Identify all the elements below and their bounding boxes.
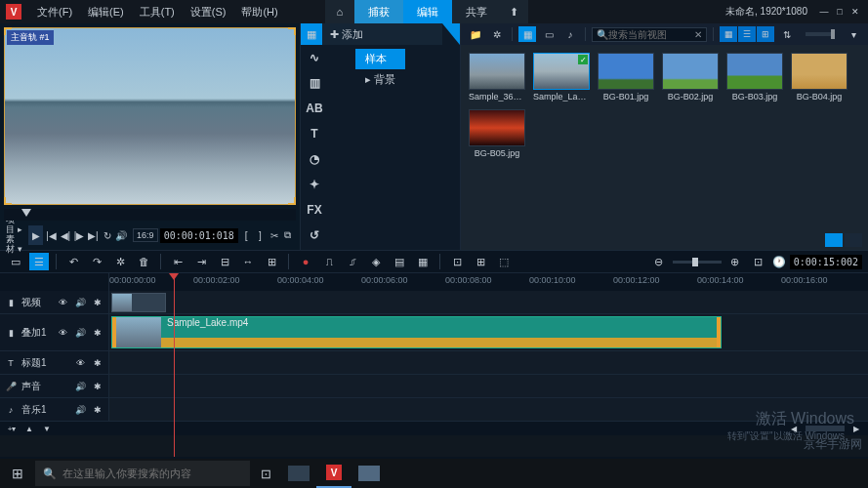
- track-video-mute[interactable]: 🔊: [73, 296, 87, 309]
- close-icon[interactable]: ✕: [848, 5, 862, 19]
- tl-mixer-icon[interactable]: ⎍: [319, 253, 339, 270]
- media-thumb-3[interactable]: [662, 53, 719, 90]
- media-thumb-6[interactable]: [469, 109, 525, 146]
- mark-out-button[interactable]: ]: [254, 226, 266, 244]
- tl-ducking-icon[interactable]: ⎎: [343, 253, 362, 270]
- scroll-up-icon[interactable]: ▲: [23, 424, 35, 433]
- tl-stretch-icon[interactable]: ↔: [238, 253, 258, 270]
- minimize-icon[interactable]: —: [817, 5, 831, 19]
- preview-timecode[interactable]: 00:00:01:018: [160, 228, 238, 243]
- tl-record-icon[interactable]: ●: [296, 253, 315, 270]
- media-thumb-0[interactable]: [469, 53, 525, 90]
- task-app-videostudio[interactable]: V: [316, 459, 351, 488]
- menu-settings[interactable]: 设置(S): [183, 5, 234, 20]
- filter-audio-icon[interactable]: ♪: [561, 26, 579, 42]
- tl-subtitle-icon[interactable]: ▦: [413, 253, 433, 270]
- track-voice-lock[interactable]: ✱: [91, 380, 104, 393]
- loop-button[interactable]: ↻: [102, 226, 113, 244]
- menu-edit[interactable]: 编辑(E): [80, 5, 132, 20]
- tree-sample[interactable]: 样本: [355, 49, 405, 69]
- tl-chapter-icon[interactable]: ▤: [390, 253, 409, 270]
- zoom-in-icon[interactable]: ⊕: [725, 253, 745, 270]
- filter-all-icon[interactable]: ▦: [518, 26, 536, 42]
- tl-track-motion-icon[interactable]: ⊡: [447, 253, 467, 270]
- filter-photo-icon[interactable]: ▭: [540, 26, 558, 42]
- menu-tools[interactable]: 工具(T): [132, 5, 183, 20]
- preview-viewport[interactable]: 主音轨 #1: [4, 27, 296, 205]
- tl-undo-icon[interactable]: ↶: [63, 253, 83, 270]
- task-app-3[interactable]: [351, 459, 387, 488]
- goto-end-button[interactable]: ▶|: [87, 226, 99, 244]
- thumb-size-slider[interactable]: [806, 32, 835, 36]
- media-thumb-1[interactable]: ✓: [533, 53, 590, 90]
- start-button[interactable]: ⊞: [0, 459, 35, 488]
- mark-in-button[interactable]: [: [240, 226, 252, 244]
- tl-redo-icon[interactable]: ↷: [87, 253, 106, 270]
- menu-file[interactable]: 文件(F): [29, 5, 80, 20]
- track-overlay-vis[interactable]: 👁: [56, 326, 69, 340]
- preview-scrubber[interactable]: [4, 209, 296, 221]
- tl-timeline-icon[interactable]: ☰: [29, 253, 49, 270]
- media-thumb-5[interactable]: [791, 53, 847, 90]
- zoom-out-icon[interactable]: ⊖: [649, 253, 669, 270]
- media-thumb-2[interactable]: [598, 53, 654, 90]
- tl-roll-icon[interactable]: ⊟: [215, 253, 234, 270]
- aspect-ratio[interactable]: 16:9: [133, 228, 158, 242]
- track-video-lock[interactable]: ✱: [91, 296, 104, 309]
- media-search[interactable]: 🔍 ✕: [592, 27, 707, 42]
- libtool-motion-icon[interactable]: ↺: [301, 223, 328, 248]
- add-media-button[interactable]: ✚ 添加: [322, 23, 442, 45]
- video-clip[interactable]: [111, 293, 166, 312]
- step-back-button[interactable]: ◀|: [60, 226, 71, 244]
- menu-help[interactable]: 帮助(H): [233, 5, 285, 20]
- collapse-panel-icon[interactable]: ▾: [845, 26, 862, 42]
- zoom-slider[interactable]: [673, 261, 722, 264]
- libtool-filters-icon[interactable]: ✦: [301, 172, 328, 197]
- import-folder-icon[interactable]: 📁: [467, 26, 484, 42]
- tl-ripple-icon[interactable]: ⊞: [262, 253, 281, 270]
- view-large-icon[interactable]: ▦: [720, 26, 737, 42]
- maximize-icon[interactable]: □: [833, 5, 847, 19]
- import-settings-icon[interactable]: ✲: [488, 26, 506, 42]
- view-detail-icon[interactable]: ⊞: [757, 26, 774, 42]
- track-overlay-mute[interactable]: 🔊: [73, 326, 87, 340]
- tree-background[interactable]: ▸ 背景: [355, 69, 405, 90]
- tl-marker-icon[interactable]: ◈: [366, 253, 386, 270]
- media-thumb-4[interactable]: [726, 53, 783, 90]
- sort-icon[interactable]: ⇅: [778, 26, 796, 42]
- taskbar-search-input[interactable]: [62, 468, 242, 479]
- library-tab-media[interactable]: ▦: [301, 23, 322, 45]
- track-title-lock[interactable]: ✱: [91, 356, 104, 370]
- libtool-titles-icon[interactable]: AB: [301, 96, 328, 121]
- libtool-fx-icon[interactable]: FX: [301, 197, 328, 223]
- project-duration[interactable]: 0:00:15:002: [790, 255, 862, 269]
- taskbar-search[interactable]: 🔍: [35, 461, 250, 486]
- add-track-icon[interactable]: +▾: [6, 424, 18, 433]
- track-voice-mute[interactable]: 🔊: [73, 380, 87, 393]
- tl-storyboard-icon[interactable]: ▭: [6, 253, 25, 270]
- track-music-mute[interactable]: 🔊: [73, 403, 87, 417]
- tab-edit[interactable]: 编辑: [403, 0, 452, 23]
- track-title-vis[interactable]: 👁: [73, 356, 87, 370]
- goto-start-button[interactable]: |◀: [45, 226, 57, 244]
- media-search-input[interactable]: [608, 29, 694, 40]
- footer-tag-icon[interactable]: [825, 233, 843, 247]
- step-fwd-button[interactable]: |▶: [73, 226, 85, 244]
- tl-tools-icon[interactable]: ✲: [110, 253, 130, 270]
- snapshot-button[interactable]: ⧉: [282, 226, 294, 244]
- tl-delete-icon[interactable]: 🗑: [134, 253, 153, 270]
- task-view-icon[interactable]: ⊡: [250, 459, 281, 488]
- libtool-text-icon[interactable]: T: [301, 121, 328, 146]
- libtool-graphics-icon[interactable]: ◔: [301, 146, 328, 172]
- view-list-icon[interactable]: ☰: [738, 26, 756, 42]
- tl-3d-icon[interactable]: ⬚: [494, 253, 514, 270]
- source-toggle[interactable]: 项目 ▸素材 ▾: [6, 216, 22, 255]
- overlay-clip[interactable]: Sample_Lake.mp4: [111, 316, 722, 348]
- task-app-1[interactable]: [281, 459, 316, 488]
- scroll-down-icon[interactable]: ▼: [41, 424, 53, 433]
- volume-button[interactable]: 🔊: [115, 226, 127, 244]
- fit-timeline-icon[interactable]: ⊡: [749, 253, 768, 270]
- libtool-transitions-icon[interactable]: ▥: [301, 70, 328, 96]
- split-button[interactable]: ✂: [268, 226, 279, 244]
- tl-multicam-icon[interactable]: ⊞: [471, 253, 490, 270]
